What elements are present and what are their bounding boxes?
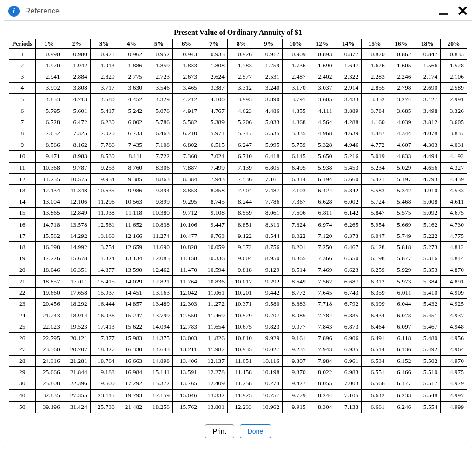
value-cell: 10.198: [255, 367, 283, 378]
value-cell: 0.909: [283, 49, 309, 60]
value-cell: 6.728: [35, 117, 63, 128]
table-title: Present Value of Ordinary Annuity of $1: [174, 28, 302, 37]
value-cell: 4.111: [309, 105, 335, 117]
value-cell: 6.246: [388, 401, 414, 413]
period-cell: 20: [9, 264, 36, 276]
value-cell: 11.158: [228, 367, 255, 378]
value-cell: 3.837: [441, 128, 467, 139]
value-cell: 13.801: [200, 401, 227, 413]
value-cell: 0.870: [362, 49, 388, 60]
table-row: 1614.71813.57812.56111.65210.83810.1069.…: [9, 219, 467, 230]
value-cell: 1.647: [335, 60, 362, 71]
value-cell: 4.100: [200, 93, 227, 105]
value-cell: 0.926: [228, 49, 255, 60]
value-cell: 4.355: [283, 105, 309, 117]
value-cell: 7.360: [172, 151, 200, 162]
value-cell: 2.884: [63, 71, 90, 82]
value-cell: 7.718: [309, 298, 335, 310]
value-cell: 39.196: [35, 401, 63, 413]
value-cell: 7.722: [145, 151, 172, 162]
value-cell: 9.129: [255, 264, 283, 276]
value-cell: 0.917: [255, 49, 283, 60]
value-cell: 5.092: [414, 207, 441, 219]
value-cell: 6.550: [335, 253, 362, 264]
value-cell: 7.536: [228, 173, 255, 184]
value-cell: 9.307: [283, 356, 309, 367]
value-cell: 5.389: [200, 117, 227, 128]
value-cell: 5.759: [283, 139, 309, 151]
rate-header: 18%: [414, 39, 441, 49]
value-cell: 2.673: [172, 71, 200, 82]
value-cell: 5.216: [335, 151, 362, 162]
value-cell: 5.335: [283, 128, 309, 139]
value-cell: 4.730: [441, 219, 467, 230]
value-cell: 6.983: [335, 367, 362, 378]
value-cell: 21.844: [63, 367, 90, 378]
value-cell: 6.194: [309, 173, 335, 184]
value-cell: 12.821: [145, 276, 172, 287]
value-cell: 4.487: [362, 128, 388, 139]
value-cell: 8.306: [145, 162, 172, 174]
value-cell: 13.003: [172, 333, 200, 344]
print-button[interactable]: Print: [205, 424, 234, 438]
value-cell: 23.560: [35, 344, 63, 355]
value-cell: 2.322: [335, 71, 362, 82]
value-cell: 20.121: [63, 333, 90, 344]
period-cell: 29: [9, 367, 36, 378]
value-cell: 7.784: [309, 310, 335, 321]
value-cell: 17.413: [90, 321, 118, 333]
value-cell: 17.292: [118, 378, 145, 389]
value-cell: 8.863: [145, 173, 172, 184]
value-cell: 8.544: [255, 230, 283, 242]
table-row: 1715.56214.29213.16612.16611.27410.4779.…: [9, 230, 467, 242]
value-cell: 7.250: [309, 242, 335, 253]
done-button[interactable]: Done: [240, 424, 271, 438]
value-cell: 5.480: [414, 333, 441, 344]
value-cell: 5.548: [414, 389, 441, 401]
value-cell: 6.424: [309, 185, 335, 196]
minimize-icon[interactable]: [439, 13, 448, 15]
value-cell: 4.031: [441, 139, 467, 151]
value-cell: 4.212: [172, 93, 200, 105]
value-cell: 4.713: [63, 93, 90, 105]
value-cell: 2.624: [200, 71, 227, 82]
value-cell: 4.192: [441, 151, 467, 162]
value-cell: 14.375: [145, 333, 172, 344]
value-cell: 12.137: [200, 356, 227, 367]
period-cell: 18: [9, 242, 36, 253]
value-cell: 1.808: [200, 60, 227, 71]
table-row: 1413.00412.10611.29610.5639.8999.2958.74…: [9, 196, 467, 207]
value-cell: 8.313: [255, 219, 283, 230]
value-cell: 5.328: [309, 139, 335, 151]
value-cell: 8.772: [283, 287, 309, 298]
value-cell: 5.384: [414, 276, 441, 287]
value-cell: 4.639: [335, 128, 362, 139]
title-left: i Reference: [8, 6, 60, 17]
value-cell: 2.106: [441, 71, 467, 82]
value-cell: 18.046: [35, 264, 63, 276]
value-cell: 9.370: [283, 367, 309, 378]
value-cell: 8.111: [118, 151, 145, 162]
value-cell: 0.943: [172, 49, 200, 60]
value-cell: 13.799: [145, 310, 172, 321]
value-cell: 15.415: [90, 276, 118, 287]
value-cell: 31.424: [63, 401, 90, 413]
value-cell: 11.690: [145, 242, 172, 253]
value-cell: 8.950: [255, 253, 283, 264]
value-cell: 9.915: [283, 401, 309, 413]
value-cell: 10.274: [255, 378, 283, 389]
table-scroll[interactable]: Periods1%2%3%4%5%6%7%8%9%10%12%14%15%16%…: [9, 39, 467, 413]
rate-header: 16%: [388, 39, 414, 49]
value-cell: 14.992: [63, 242, 90, 253]
value-cell: 8.061: [255, 207, 283, 219]
value-cell: 6.210: [172, 128, 200, 139]
value-cell: 10.838: [145, 219, 172, 230]
close-icon[interactable]: ✕: [457, 7, 469, 16]
value-cell: 5.410: [414, 287, 441, 298]
value-cell: 15.562: [35, 230, 63, 242]
period-cell: 1: [9, 49, 36, 60]
value-cell: 8.756: [255, 242, 283, 253]
value-cell: 5.842: [335, 185, 362, 196]
value-cell: 6.152: [388, 356, 414, 367]
period-cell: 19: [9, 253, 36, 264]
